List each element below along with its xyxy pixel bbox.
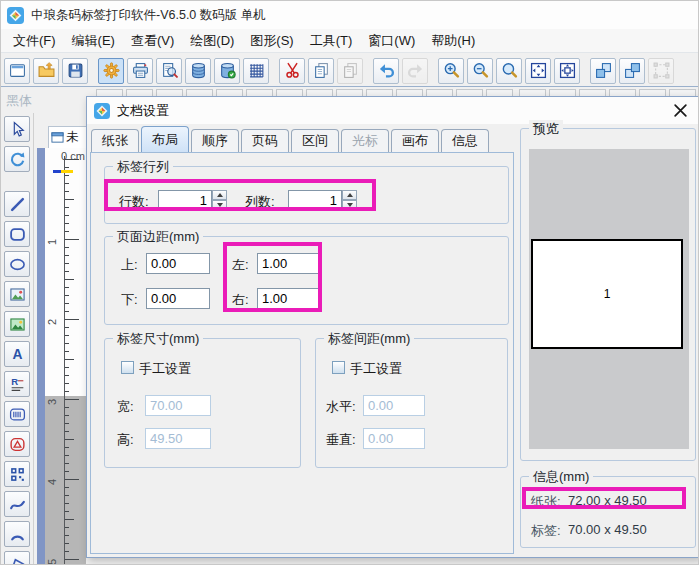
rows-input[interactable]: 1 xyxy=(158,190,212,211)
tab-content-panel: 标签行列 行数: 1 列数: 1 页面边距(mm) 上: 0.00 左: xyxy=(90,152,514,554)
cut-icon xyxy=(284,62,301,79)
margin-right-input[interactable]: 1.00 xyxy=(257,288,319,309)
send-to-back-button[interactable] xyxy=(619,58,645,84)
image-tool-button[interactable] xyxy=(4,281,30,307)
manual-gap-checkbox[interactable] xyxy=(332,361,345,374)
manual-size-checkbox[interactable] xyxy=(121,361,134,374)
text-tool-button[interactable]: A xyxy=(4,341,30,367)
group-title-margins: 页面边距(mm) xyxy=(113,228,203,246)
gap-vertical-label: 垂直: xyxy=(326,431,356,449)
tab-info[interactable]: 信息 xyxy=(441,129,489,152)
zoom-in-icon xyxy=(443,62,460,79)
document-tab[interactable]: 未 xyxy=(48,126,86,148)
cols-spinner-up[interactable] xyxy=(342,190,357,200)
menu-draw[interactable]: 绘图(D) xyxy=(182,30,242,52)
cols-input[interactable]: 1 xyxy=(288,190,342,211)
image-color-tool-button[interactable] xyxy=(4,311,30,337)
menu-file[interactable]: 文件(F) xyxy=(5,30,64,52)
pointer-tool-button[interactable] xyxy=(4,116,30,142)
app-logo-icon xyxy=(7,7,24,24)
line-tool-button[interactable] xyxy=(4,191,30,217)
menu-view[interactable]: 查看(V) xyxy=(123,30,182,52)
bring-to-front-button[interactable] xyxy=(590,58,616,84)
print-button[interactable] xyxy=(127,58,153,84)
qr-code-tool-icon xyxy=(9,466,26,483)
tab-range[interactable]: 区间 xyxy=(291,129,339,152)
margin-top-label: 上: xyxy=(121,256,138,274)
copy-icon xyxy=(313,62,330,79)
manual-gap-label: 手工设置 xyxy=(350,360,402,378)
barcode-tool-button[interactable] xyxy=(4,401,30,427)
fit-page-button[interactable] xyxy=(554,58,580,84)
redo-button xyxy=(402,58,428,84)
close-button[interactable] xyxy=(673,103,688,118)
rounded-rect-tool-button[interactable] xyxy=(4,221,30,247)
qr-code-tool-button[interactable] xyxy=(4,461,30,487)
group-label-rows-cols: 标签行列 行数: 1 列数: 1 xyxy=(104,166,509,224)
document-icon xyxy=(51,131,64,144)
tab-paper[interactable]: 纸张 xyxy=(91,129,139,152)
save-file-button[interactable] xyxy=(62,58,88,84)
tab-canvas[interactable]: 画布 xyxy=(391,129,439,152)
print-preview-icon xyxy=(161,62,178,79)
menu-bar: 文件(F) 编辑(E) 查看(V) 绘图(D) 图形(S) 工具(T) 窗口(W… xyxy=(1,29,699,53)
database-icon xyxy=(190,62,207,79)
cols-label: 列数: xyxy=(245,193,275,211)
tab-page-number[interactable]: 页码 xyxy=(241,129,289,152)
stamp-tool-button[interactable] xyxy=(4,431,30,457)
document-settings-button[interactable] xyxy=(98,58,124,84)
margin-top-input[interactable]: 0.00 xyxy=(146,253,210,274)
rotate-tool-icon xyxy=(9,151,26,168)
stamp-tool-icon xyxy=(9,436,26,453)
document-tab-label: 未 xyxy=(66,129,79,146)
cols-spinner xyxy=(342,190,357,211)
tab-cursor: 光标 xyxy=(341,129,389,152)
menu-graphics[interactable]: 图形(S) xyxy=(242,30,301,52)
cut-button[interactable] xyxy=(279,58,305,84)
bring-to-front-icon xyxy=(595,62,612,79)
group-label-size: 标签尺寸(mm) 手工设置 宽: 70.00 高: 49.50 xyxy=(104,338,301,468)
database-button[interactable] xyxy=(185,58,211,84)
group-info: 信息(mm) 纸张: 72.00 x 49.50 标签: 70.00 x 49.… xyxy=(520,476,696,548)
rows-spinner-up[interactable] xyxy=(212,190,227,200)
zoom-in-button[interactable] xyxy=(438,58,464,84)
database-connect-button[interactable] xyxy=(214,58,240,84)
menu-window[interactable]: 窗口(W) xyxy=(360,30,423,52)
tab-layout[interactable]: 布局 xyxy=(141,126,189,152)
group-title-label-size: 标签尺寸(mm) xyxy=(113,330,203,348)
info-label-value: 70.00 x 49.50 xyxy=(568,522,647,537)
margin-right-label: 右: xyxy=(232,291,249,309)
rows-spinner-down[interactable] xyxy=(212,200,227,210)
label-height-label: 高: xyxy=(117,431,134,449)
copy-button[interactable] xyxy=(308,58,334,84)
arc-tool-button[interactable] xyxy=(4,521,30,547)
ellipse-tool-button[interactable] xyxy=(4,251,30,277)
menu-edit[interactable]: 编辑(E) xyxy=(64,30,123,52)
rich-text-tool-button[interactable]: R xyxy=(4,371,30,397)
ruler-marker xyxy=(53,170,61,173)
manual-size-label: 手工设置 xyxy=(139,360,191,378)
fit-window-button[interactable] xyxy=(525,58,551,84)
cols-spinner-down[interactable] xyxy=(342,200,357,210)
gap-vertical-input: 0.00 xyxy=(363,428,425,449)
margin-bottom-input[interactable]: 0.00 xyxy=(146,288,210,309)
margin-left-input[interactable]: 1.00 xyxy=(257,253,319,274)
menu-tools[interactable]: 工具(T) xyxy=(302,30,361,52)
print-preview-button[interactable] xyxy=(156,58,182,84)
dialog-title-bar[interactable]: 文档设置 xyxy=(87,97,699,124)
open-file-icon xyxy=(38,62,55,79)
curve-tool-icon xyxy=(9,496,26,513)
canvas-area: 未 0 cm 12345 xyxy=(34,113,86,565)
curve-tool-button[interactable] xyxy=(4,491,30,517)
send-to-back-icon xyxy=(624,62,641,79)
undo-button[interactable] xyxy=(373,58,399,84)
new-document-button[interactable] xyxy=(4,58,30,84)
zoom-out-button[interactable] xyxy=(467,58,493,84)
menu-help[interactable]: 帮助(H) xyxy=(423,30,483,52)
zoom-select-button[interactable] xyxy=(496,58,522,84)
grid-toggle-button[interactable] xyxy=(243,58,269,84)
rotate-tool-button[interactable] xyxy=(4,146,30,172)
tab-order[interactable]: 顺序 xyxy=(191,129,239,152)
open-file-button[interactable] xyxy=(33,58,59,84)
polygon-tool-button[interactable] xyxy=(4,551,30,565)
